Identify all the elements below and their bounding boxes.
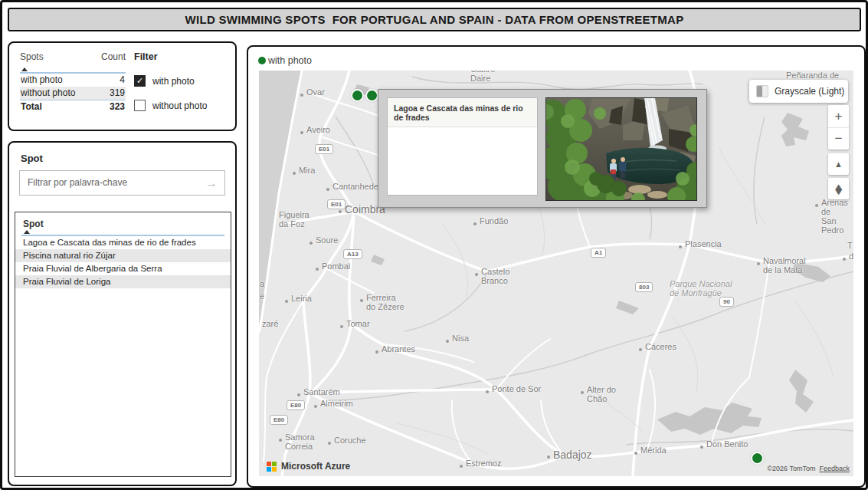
city-dot-icon (843, 258, 846, 261)
map-copyright: ©2026 TomTomFeedback (767, 465, 850, 472)
city-dot-icon (310, 242, 313, 245)
map-place-label: Abrantes (382, 344, 415, 354)
city-dot-icon (757, 262, 760, 265)
map-panel: with photo (247, 45, 866, 488)
pitch-icon[interactable]: ▲ (828, 153, 849, 175)
city-dot-icon (581, 391, 584, 394)
spot-marker[interactable] (365, 89, 378, 102)
map-legend: with photo (258, 55, 312, 66)
spot-list-item[interactable]: Praia Fluvial de Albergaria da Serra (15, 262, 231, 275)
city-dot-icon (473, 222, 477, 225)
map-place-label: Aveiro (306, 125, 330, 134)
legend-dot-icon (258, 57, 266, 64)
map-place-label: Soure (316, 235, 338, 245)
map-place-label: Fundão (480, 216, 508, 225)
map-style-label: Grayscale (Light) (775, 86, 844, 97)
map-place-label: zaré (262, 319, 278, 328)
compass-icon[interactable]: ◆ (828, 173, 849, 205)
zoom-in-button[interactable]: + (828, 105, 849, 127)
filter-option-without-photo[interactable]: without photo (134, 100, 207, 111)
map-place-label: Cantanhede (332, 182, 378, 191)
spot-list-item[interactable]: Lagoa e Cascata das minas de rio de frad… (15, 236, 231, 249)
checkbox-label: without photo (152, 100, 207, 111)
city-dot-icon (375, 350, 378, 354)
map-place-label: Peñaranda de (786, 71, 839, 80)
map-place-label: Estremoz (466, 459, 501, 468)
filter-section: Filter ✓with photowithout photo (134, 51, 207, 111)
map-place-label: e (260, 291, 264, 301)
spot-list-header[interactable]: Spot (23, 219, 223, 229)
city-dot-icon (700, 446, 703, 449)
city-dot-icon (460, 465, 463, 468)
spot-list-item[interactable]: Praia Fluvial de Loriga (15, 275, 231, 288)
city-dot-icon (360, 299, 363, 302)
city-dot-icon (679, 245, 682, 248)
map-place-label: Coruche (334, 436, 366, 445)
filter-option-with-photo[interactable]: ✓with photo (134, 75, 207, 87)
city-dot-icon (328, 442, 331, 445)
city-dot-icon (639, 348, 642, 351)
column-header-count[interactable]: Count (101, 51, 126, 67)
map-style-icon (756, 85, 768, 97)
city-dot-icon (285, 300, 288, 303)
summary-table-rows: with photo4without photo319 (20, 74, 126, 100)
city-dot-icon (547, 455, 550, 459)
keyword-search-input[interactable]: Filtrar por palavra-chave → (19, 170, 225, 196)
road-shield: A1 (591, 248, 606, 258)
zoom-out-button[interactable]: − (828, 127, 849, 150)
azure-label: Microsoft Azure (281, 461, 350, 472)
pitch-control: ▲ (828, 153, 849, 175)
spot-marker[interactable] (351, 89, 364, 102)
table-row[interactable]: with photo4 (20, 74, 126, 87)
map-place-label: Mérida (640, 446, 667, 455)
map-place-label: Almeirim (320, 399, 353, 408)
city-dot-icon (326, 188, 329, 191)
checkbox-unchecked-icon[interactable] (134, 100, 146, 111)
column-header-spots[interactable]: Spots (20, 51, 44, 67)
city-dot-icon (293, 172, 296, 175)
table-row[interactable]: without photo319 (20, 87, 126, 100)
road-shield: E80 (270, 415, 288, 425)
city-dot-icon (314, 405, 317, 408)
city-dot-icon (300, 94, 303, 97)
checkbox-checked-icon[interactable]: ✓ (134, 75, 146, 87)
spot-list: Spot Lagoa e Cascata das minas de rio de… (15, 212, 231, 477)
filter-options: ✓with photowithout photo (134, 75, 207, 111)
spot-panel: Spot Filtrar por palavra-chave → Spot La… (8, 141, 237, 486)
map-place-label: T (847, 241, 853, 250)
map-place-label: Cáceres (645, 342, 676, 351)
summary-panel: Spots Count with photo4without photo319 … (8, 41, 237, 131)
city-dot-icon (486, 390, 489, 393)
compass-control: ◆ (828, 178, 849, 199)
road-shield: E01 (327, 199, 346, 209)
city-dot-icon (297, 393, 300, 396)
map-place-label: Castelo Branco (481, 267, 509, 285)
map-place-label: Samora Correia (285, 432, 315, 451)
sort-ascending-icon (24, 230, 30, 234)
map-place-label: a (260, 279, 264, 288)
road-shield: 90 (719, 297, 734, 307)
city-dot-icon (300, 131, 303, 134)
city-dot-icon (475, 273, 478, 276)
city-dot-icon (339, 210, 342, 213)
road-shield: E01 (315, 144, 333, 154)
zoom-controls: + − (828, 105, 849, 150)
map-place-label: Nisa (452, 334, 469, 343)
city-dot-icon (316, 268, 319, 271)
search-placeholder: Filtrar por palavra-chave (28, 171, 127, 195)
map-style-button[interactable]: Grayscale (Light) (749, 80, 848, 103)
map-place-label: Castro Daire (470, 71, 495, 83)
city-dot-icon (279, 439, 282, 442)
map-place-label: Santarém (303, 387, 340, 396)
city-dot-icon (634, 452, 637, 455)
search-submit-arrow-icon[interactable]: → (205, 171, 218, 195)
dashboard: { "title": "WILD SWIMMING SPOTS FOR PORT… (0, 0, 868, 490)
city-dot-icon (340, 325, 343, 328)
tooltip-photo (545, 97, 697, 201)
filter-title: Filter (134, 51, 207, 62)
map-place-label: Mira (299, 166, 315, 175)
spot-marker[interactable] (751, 452, 764, 465)
feedback-link[interactable]: Feedback (819, 465, 850, 472)
map-canvas[interactable]: Lagoa e Cascata das minas de rio de frad… (259, 71, 853, 476)
spot-list-item[interactable]: Piscina natural rio Zújar (15, 249, 231, 262)
